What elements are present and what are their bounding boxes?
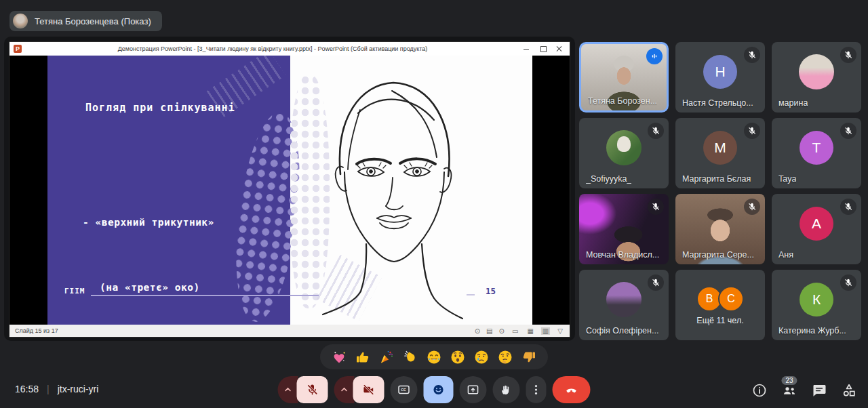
- reactions-bar: [320, 344, 548, 369]
- people-icon[interactable]: 23: [781, 382, 797, 399]
- mic-options-chevron-icon[interactable]: [278, 376, 298, 403]
- next-slide-icon[interactable]: ⊙: [499, 327, 505, 335]
- slide-footer: ГІІМ: [64, 287, 85, 295]
- mic-off-button[interactable]: [297, 376, 328, 403]
- camera-off-button[interactable]: [353, 376, 384, 403]
- participant-name: _Sofiyyyka_: [586, 174, 631, 184]
- end-call-button[interactable]: [553, 376, 591, 403]
- info-icon[interactable]: [751, 382, 768, 399]
- participant-tile-katerina[interactable]: К Катерина Журб...: [772, 270, 861, 340]
- captions-button[interactable]: CC: [391, 376, 418, 403]
- overflow-avatars: В С: [675, 286, 765, 312]
- panel-icons: 23: [751, 382, 857, 399]
- participant-name: Тетяна Борозен...: [588, 96, 657, 106]
- slide: Погляд при спілкуванні - «верхний трикут…: [47, 56, 532, 325]
- thumbs-down-reaction[interactable]: [521, 349, 537, 365]
- avatar: Н: [703, 55, 737, 89]
- slide-footer-line: [91, 295, 319, 296]
- participant-tile-anya[interactable]: А Аня: [772, 194, 861, 264]
- thinking-face-reaction[interactable]: [497, 349, 513, 365]
- more-options-button[interactable]: [526, 376, 547, 403]
- participant-count-badge: 23: [781, 376, 797, 385]
- participant-tile-overflow[interactable]: В С Ещё 11 чел.: [675, 270, 765, 340]
- close-icon[interactable]: [556, 45, 563, 52]
- raise-hand-button[interactable]: [493, 376, 520, 403]
- presenter-avatar: [13, 14, 28, 28]
- powerpoint-window: P Демонстрация PowerPoint - [3_Читати лю…: [9, 42, 570, 337]
- participant-name: Маргарита Бєлая: [682, 174, 751, 184]
- participant-tile-margarita-b[interactable]: М Маргарита Бєлая: [675, 118, 765, 188]
- meet-bottom-bar: 16:58 | jtx-ruci-yri CC 23: [0, 374, 868, 408]
- party-popper-reaction[interactable]: [378, 349, 395, 365]
- avatar: А: [800, 207, 833, 241]
- reactions-button[interactable]: [424, 376, 454, 403]
- participants-grid: Тетяна Борозен... Н Настя Стрельцо... ма…: [579, 42, 861, 340]
- clock: 16:58: [15, 384, 39, 394]
- mic-control: [278, 376, 328, 403]
- participant-name: марина: [778, 98, 808, 108]
- avatar: [606, 130, 642, 165]
- participant-name: Аня: [778, 250, 793, 260]
- normal-view-icon[interactable]: ▭: [511, 327, 519, 335]
- participant-tile-movchan[interactable]: Мовчан Владисл...: [579, 194, 669, 264]
- previous-slide-icon[interactable]: ⊙: [475, 327, 480, 335]
- participant-tile-nastya[interactable]: Н Настя Стрельцо...: [675, 42, 765, 113]
- participant-tile-taya[interactable]: T Taya: [772, 118, 861, 188]
- face-with-tears-of-joy-reaction[interactable]: [426, 349, 442, 365]
- meeting-info: 16:58 | jtx-ruci-yri: [15, 384, 98, 394]
- astonished-face-reaction[interactable]: [450, 349, 466, 365]
- avatar: [799, 54, 834, 89]
- avatar: М: [703, 131, 737, 165]
- participant-tile-margarita-s[interactable]: Маргарита Сере...: [675, 194, 765, 264]
- avatar: С: [718, 286, 744, 312]
- sparkling-heart-reaction[interactable]: [331, 349, 347, 365]
- camera-options-chevron-icon[interactable]: [334, 376, 355, 403]
- slide-sorter-icon[interactable]: ▦: [526, 327, 534, 335]
- slide-counter: Слайд 15 из 17: [15, 327, 475, 334]
- slide-canvas: Погляд при спілкуванні - «верхний трикут…: [9, 56, 570, 325]
- activities-icon[interactable]: [841, 382, 857, 399]
- powerpoint-icon: P: [14, 45, 22, 53]
- participant-name: Маргарита Сере...: [682, 250, 754, 260]
- mic-off-icon: [744, 199, 760, 215]
- reading-view-icon[interactable]: ▥: [541, 327, 550, 335]
- google-meet-app: { "header": { "presenter": "Тетяна Бороз…: [0, 0, 868, 408]
- powerpoint-titlebar: P Демонстрация PowerPoint - [3_Читати лю…: [9, 42, 570, 56]
- participant-name: Taya: [778, 174, 796, 184]
- clapping-hands-reaction[interactable]: [402, 349, 418, 365]
- mic-off-icon: [840, 123, 856, 139]
- participant-tile-tetyana[interactable]: Тетяна Борозен...: [579, 42, 669, 113]
- participant-tile-sofiyyyka[interactable]: _Sofiyyyka_: [579, 118, 669, 188]
- slideshow-icon[interactable]: ▽: [556, 327, 564, 335]
- slide-title: Погляд при спілкуванні: [85, 102, 235, 114]
- call-controls: CC: [278, 376, 591, 403]
- restore-icon[interactable]: [540, 45, 547, 52]
- crying-face-reaction[interactable]: [473, 349, 490, 365]
- slide-bullets: - «верхний трикутник» (на «третє» око) -…: [83, 168, 214, 325]
- participant-name: Катерина Журб...: [778, 326, 846, 335]
- powerpoint-statusbar: Слайд 15 из 17 ⊙ ▤ ⊙ ▭ ▦ ▥ ▽: [9, 325, 570, 337]
- participant-name: Софія Олефірен...: [586, 326, 658, 335]
- meeting-code: jtx-ruci-yri: [58, 384, 99, 394]
- mic-off-icon: [744, 123, 760, 139]
- mic-off-icon: [648, 123, 664, 139]
- mic-off-icon: [840, 274, 856, 291]
- participant-tile-sofia-o[interactable]: Софія Олефірен...: [579, 270, 669, 340]
- avatar: [606, 282, 642, 317]
- participant-tile-marina[interactable]: марина: [772, 42, 861, 113]
- present-button[interactable]: [460, 376, 487, 403]
- mic-off-icon: [648, 199, 664, 215]
- thumbs-up-reaction[interactable]: [355, 349, 371, 365]
- avatar: T: [800, 131, 833, 165]
- minimize-icon[interactable]: [524, 45, 530, 52]
- notes-icon[interactable]: ▤: [486, 327, 492, 335]
- mic-off-icon: [840, 47, 856, 63]
- divider: |: [47, 384, 50, 394]
- chat-icon[interactable]: [811, 382, 827, 399]
- overflow-count-label: Ещё 11 чел.: [675, 316, 765, 325]
- participant-name: Мовчан Владисл...: [586, 250, 659, 260]
- audio-activity-icon: [646, 48, 663, 64]
- participant-name: Настя Стрельцо...: [682, 98, 753, 108]
- mic-off-icon: [744, 47, 760, 63]
- presenter-pill[interactable]: Тетяна Борозенцева (Показ): [9, 11, 162, 31]
